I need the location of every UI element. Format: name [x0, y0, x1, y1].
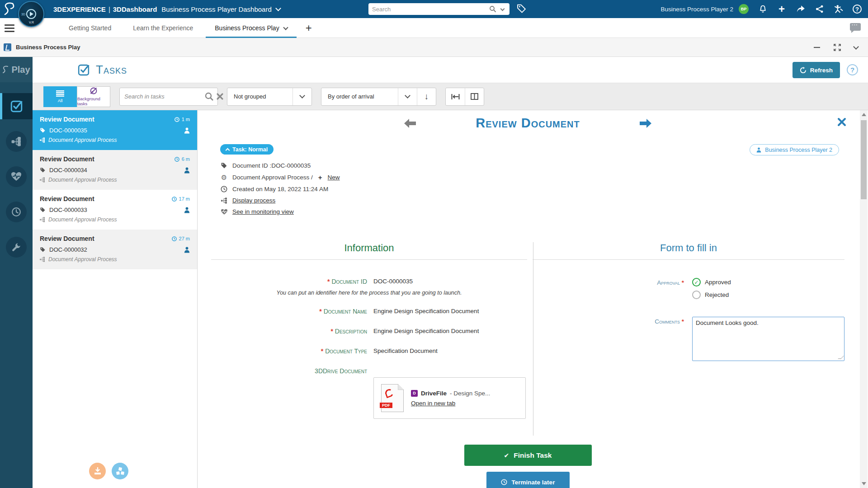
- global-search-input[interactable]: [372, 6, 489, 13]
- vertical-scrollbar[interactable]: [860, 110, 868, 488]
- scrollbar-thumb[interactable]: [861, 120, 867, 199]
- previous-task-arrow-icon[interactable]: [403, 118, 417, 128]
- sidebar-item-history[interactable]: [0, 199, 33, 225]
- tab-learn-the-experience[interactable]: Learn the Experience: [122, 18, 204, 38]
- task-list-item[interactable]: Review Document 1 m DOC-0000035 Document…: [33, 110, 197, 150]
- task-list: Review Document 1 m DOC-0000035 Document…: [33, 110, 198, 488]
- task-search-icon[interactable]: [205, 92, 214, 101]
- task-search[interactable]: [119, 88, 218, 106]
- add-tab-button[interactable]: +: [298, 18, 319, 38]
- task-list-item[interactable]: Review Document 6 m DOC-0000034 Document…: [33, 150, 197, 190]
- me-person-icon[interactable]: [834, 4, 844, 14]
- search-options-chevron-icon[interactable]: [500, 6, 505, 11]
- heart-pulse-icon: [6, 166, 27, 187]
- display-process-link[interactable]: Display process: [232, 197, 275, 204]
- sidebar-item-settings[interactable]: [0, 234, 33, 260]
- order-by-chevron-icon[interactable]: [398, 88, 417, 105]
- next-task-arrow-icon[interactable]: [639, 118, 652, 128]
- dashboard-title[interactable]: Business Process Player Dashboard: [161, 5, 271, 13]
- split-view-icon[interactable]: [465, 88, 484, 105]
- tasks-header: Tasks Refresh ?: [33, 57, 868, 83]
- radio-approved-icon[interactable]: ✓: [692, 278, 701, 286]
- new-process-link[interactable]: New: [328, 174, 340, 181]
- user-name[interactable]: Business Process Player 2: [660, 6, 733, 13]
- tab-chevron-down-icon[interactable]: [283, 25, 288, 30]
- information-section: Information Document ID DOC-0000035 You …: [211, 242, 527, 419]
- refresh-button[interactable]: Refresh: [793, 62, 840, 78]
- share-nodes-icon[interactable]: [815, 4, 825, 14]
- field-label-document-type: Document Type: [211, 347, 367, 355]
- play-logo-text: Play: [11, 65, 30, 75]
- time-clock-icon: [175, 157, 179, 162]
- open-in-new-tab-link[interactable]: Open in new tab: [411, 400, 455, 407]
- scroll-up-icon[interactable]: [862, 113, 866, 116]
- pdf-badge: PDF: [380, 403, 392, 408]
- comments-icon[interactable]: [850, 23, 861, 31]
- gear-icon: ⚙: [220, 174, 228, 181]
- view-options: [445, 88, 484, 106]
- share-arrow-icon[interactable]: [796, 4, 806, 14]
- radio-rejected-icon[interactable]: [692, 291, 701, 299]
- field-label-description: Description: [211, 328, 367, 335]
- task-title: Review Document: [40, 235, 94, 242]
- search-icon[interactable]: [489, 5, 496, 13]
- tasks-help-icon[interactable]: ?: [847, 64, 858, 75]
- radio-rejected[interactable]: Rejected: [692, 291, 731, 299]
- assignee-person-icon: [184, 247, 190, 253]
- collapse-panel-icon[interactable]: [446, 88, 465, 105]
- monitoring-view-link[interactable]: See in monitoring view: [232, 208, 294, 215]
- file-name-rest: - Design Spe...: [450, 390, 490, 397]
- 3ddrive-icon: D: [411, 390, 418, 397]
- app-title-bar: Business Process Play: [0, 38, 868, 57]
- sort-direction-icon[interactable]: ↓: [417, 88, 436, 105]
- task-priority-badge[interactable]: Task: Normal: [220, 144, 274, 155]
- add-content-icon[interactable]: +: [777, 4, 787, 14]
- sidebar-item-tasks[interactable]: [0, 93, 33, 119]
- task-list-item[interactable]: Review Document 27 m DOC-0000032 Documen…: [33, 230, 197, 269]
- file-name: DriveFile: [421, 390, 447, 397]
- task-doc-id: DOC-0000034: [49, 167, 87, 174]
- task-age: 27 m: [179, 236, 190, 241]
- tab-getting-started[interactable]: Getting Started: [58, 18, 122, 38]
- document-id-hint: You can put an identifier here for the p…: [211, 290, 527, 296]
- avatar[interactable]: BP: [739, 4, 749, 14]
- hamburger-menu-icon[interactable]: [5, 24, 14, 34]
- order-by-value: By order of arrival: [321, 88, 398, 105]
- filter-background-tasks-button[interactable]: Background tasks: [77, 86, 110, 107]
- comments-textarea[interactable]: Document Looks good.: [692, 317, 844, 361]
- assignee-chip: Business Process Player 2: [750, 144, 839, 155]
- compass-vr-label: V.R: [29, 21, 34, 24]
- group-by-chevron-icon[interactable]: [292, 88, 311, 105]
- notifications-bell-icon[interactable]: [758, 4, 768, 14]
- compass-icon[interactable]: 3D V.R: [18, 1, 44, 27]
- finish-task-button[interactable]: ✔Finish Task: [464, 445, 592, 466]
- help-icon[interactable]: ?: [853, 5, 862, 14]
- download-button[interactable]: [89, 463, 106, 479]
- collapse-chevron-icon[interactable]: [854, 45, 858, 50]
- group-by-dropdown[interactable]: Not grouped: [227, 88, 312, 106]
- scroll-down-icon[interactable]: [862, 482, 866, 485]
- tag-icon[interactable]: [517, 4, 526, 14]
- sidebar-item-monitoring[interactable]: [0, 164, 33, 190]
- 3ds-logo[interactable]: [3, 2, 15, 16]
- terminate-later-button[interactable]: Terminate later: [486, 472, 570, 488]
- tab-business-process-play[interactable]: Business Process Play: [204, 18, 298, 38]
- filter-all-button[interactable]: All: [43, 86, 77, 107]
- task-age: 6 m: [182, 156, 190, 162]
- task-search-input[interactable]: [124, 93, 205, 100]
- task-list-item[interactable]: Review Document 17 m DOC-0000033 Documen…: [33, 190, 197, 230]
- components-button[interactable]: [112, 463, 128, 479]
- detail-process-name: Document Approval Process /: [232, 174, 313, 181]
- radio-approved[interactable]: ✓ Approved: [692, 278, 731, 286]
- minimize-icon[interactable]: [813, 47, 821, 48]
- global-search[interactable]: [368, 3, 509, 15]
- sidebar-item-processes[interactable]: [0, 128, 33, 155]
- clear-search-icon[interactable]: [217, 93, 223, 100]
- maximize-icon[interactable]: [833, 43, 841, 52]
- tag-icon: [40, 167, 46, 173]
- comments-label: Comments: [533, 317, 684, 325]
- close-icon[interactable]: [837, 117, 846, 127]
- order-by-dropdown[interactable]: By order of arrival ↓: [321, 88, 436, 106]
- chevron-down-icon[interactable]: [275, 5, 281, 11]
- tag-icon: [40, 207, 46, 213]
